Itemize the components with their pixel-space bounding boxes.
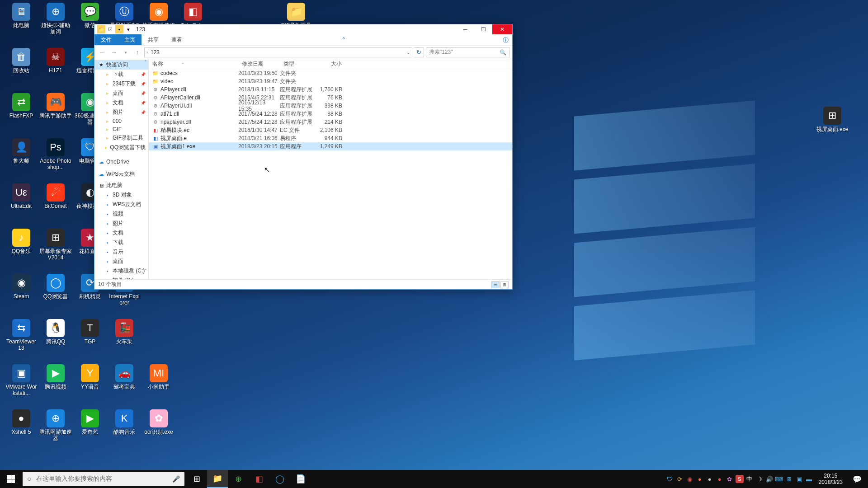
nav-quick-access-item[interactable]: ▸GIF录制工具	[94, 133, 148, 143]
desktop-icon[interactable]: ▶腾讯视频	[39, 364, 72, 390]
desktop-icon[interactable]: ◉Steam	[5, 274, 38, 300]
column-headers[interactable]: 名称⌃ 修改日期 类型 大小	[149, 59, 512, 69]
nav-this-pc-item[interactable]: ▪视频	[94, 209, 148, 219]
desktop-icon-right[interactable]: ⊞ 视屏桌面.exe	[816, 107, 849, 132]
desktop-icon[interactable]: ◯QQ浏览器	[39, 274, 72, 300]
desktop-icon[interactable]: 🖥此电脑	[5, 3, 38, 28]
qa-checkbox-icon[interactable]: ☑	[106, 25, 114, 33]
taskbar-search-input[interactable]: ○ 在这里输入你要搜索的内容 🎤	[23, 472, 184, 486]
desktop-icon[interactable]: UεUltraEdit	[5, 183, 38, 209]
help-icon[interactable]: ⓘ	[499, 34, 512, 45]
desktop-icon[interactable]: MI小米助手	[142, 364, 175, 390]
file-row[interactable]: ⚙APlayerUI.dll 2016/12/13 15:35 应用程序扩展 3…	[149, 102, 512, 110]
nav-this-pc-item[interactable]: ▪桌面	[94, 257, 148, 266]
ribbon-collapse-icon[interactable]: ⌃	[338, 34, 350, 45]
file-row[interactable]: ⚙APlayer.dll 2018/1/8 11:15 应用程序扩展 1,760…	[149, 85, 512, 94]
tray-app-icon-3[interactable]: ●	[706, 475, 714, 483]
nav-this-pc-item[interactable]: ▪WPS云文档	[94, 200, 148, 209]
up-button[interactable]: ↑	[132, 47, 142, 57]
desktop-icon[interactable]: ⊕超快排-辅助加词	[39, 3, 72, 35]
nav-this-pc-item[interactable]: ▪下载	[94, 238, 148, 247]
desktop-icon[interactable]: ☠H1Z1	[39, 48, 72, 74]
desktop-icon[interactable]: 🎮腾讯手游助手	[39, 93, 72, 119]
col-date[interactable]: 修改日期	[238, 60, 280, 68]
file-row[interactable]: ⚙npaplayer.dll 2017/5/24 12:28 应用程序扩展 21…	[149, 118, 512, 126]
tray-shield-icon[interactable]: 🛡	[666, 475, 674, 483]
tray-app-icon-5[interactable]: ✿	[726, 475, 734, 483]
system-tray[interactable]: 🛡 ⟳ ◉ ● ● ● ✿ S 中 ☽ 🔊 ⌨ 🖥 ▣ ▬ 20:15 2018…	[666, 470, 868, 488]
nav-quick-access-item[interactable]: ▸000	[94, 117, 148, 125]
nav-quick-access-item[interactable]: ▸QQ浏览器下载	[94, 143, 148, 152]
address-dropdown-icon[interactable]: ⌄	[406, 50, 410, 55]
file-row[interactable]: ⚙APlayerCaller.dll 2015/4/5 22:31 应用程序扩展…	[149, 94, 512, 102]
desktop-icon[interactable]: ●Xshell 5	[5, 409, 38, 435]
taskbar-app-1[interactable]: ⊕	[228, 470, 249, 488]
desktop-icon[interactable]: ▣VMware Workstati...	[5, 364, 38, 397]
desktop-icon[interactable]: PsAdobe Photoshop...	[39, 138, 72, 171]
file-row[interactable]: 📁codecs 2018/3/23 19:50 文件夹	[149, 69, 512, 77]
tray-app-icon[interactable]: ◉	[686, 475, 694, 483]
desktop-icon[interactable]: ☄BitComet	[39, 183, 72, 209]
nav-this-pc[interactable]: 🖥 此电脑	[94, 181, 148, 190]
start-button[interactable]	[0, 470, 22, 488]
desktop-icon[interactable]: 🗑回收站	[5, 48, 38, 74]
file-row[interactable]: 📁video 2018/3/23 19:47 文件夹	[149, 77, 512, 85]
tray-app-icon-4[interactable]: ●	[716, 475, 724, 483]
taskbar-app-3[interactable]: ◯	[269, 470, 290, 488]
microphone-icon[interactable]: 🎤	[172, 475, 180, 483]
file-row[interactable]: ▣视屏桌面1.exe 2018/3/23 20:15 应用程序 1,249 KB	[149, 142, 512, 150]
tray-volume-icon[interactable]: 🔊	[765, 475, 774, 483]
nav-this-pc-item[interactable]: ▪图片	[94, 219, 148, 228]
back-button[interactable]: ←	[97, 47, 107, 57]
path-segment[interactable]: 123	[151, 49, 160, 56]
tray-sync-icon[interactable]: ⟳	[676, 475, 684, 483]
nav-this-pc-item[interactable]: ▪文档	[94, 228, 148, 238]
ime-lang[interactable]: 中	[745, 475, 754, 483]
titlebar[interactable]: 📁 ☑ ▪ ▾ 123 ─ ☐ ✕	[94, 24, 512, 34]
tray-app-icon-2[interactable]: ●	[696, 475, 704, 483]
taskbar-app-4[interactable]: 📄	[290, 470, 311, 488]
tray-keyboard-icon[interactable]: ⌨	[775, 475, 783, 483]
nav-this-pc-item[interactable]: ▪音乐	[94, 247, 148, 257]
tray-battery-icon[interactable]: ▬	[805, 475, 813, 483]
desktop-icon[interactable]: ⊞屏幕录像专家V2014	[39, 229, 72, 261]
nav-quick-access-item[interactable]: ▸GIF	[94, 125, 148, 133]
nav-quick-access-item[interactable]: ▸下载📌	[94, 70, 148, 79]
task-view-button[interactable]: ⊞	[186, 470, 207, 488]
view-icons-button[interactable]: ⊞	[500, 281, 509, 288]
desktop-icon[interactable]: ⇆TeamViewer 13	[5, 319, 38, 352]
history-dropdown[interactable]: ▾	[121, 47, 131, 57]
desktop-icon[interactable]: TTGP	[73, 319, 107, 345]
nav-quick-access-item[interactable]: ▸文档📌	[94, 98, 148, 108]
address-bar[interactable]: › 123 ⌄	[144, 47, 412, 57]
col-name[interactable]: 名称⌃	[149, 60, 238, 68]
navigation-pane[interactable]: ⌃ ★ 快速访问 ▸下载📌▸2345下载📌▸桌面📌▸文档📌▸图片📌▸000▸GI…	[94, 59, 149, 279]
search-input[interactable]: 搜索"123" 🔍	[426, 47, 509, 57]
file-row[interactable]: ◧视屏桌面.e 2018/3/21 16:36 易程序 944 KB	[149, 134, 512, 142]
view-details-button[interactable]: ☰	[491, 281, 500, 288]
notification-center-button[interactable]: 💬	[848, 470, 866, 488]
tab-share[interactable]: 共享	[142, 34, 165, 45]
desktop-icon[interactable]: 🐧腾讯QQ	[39, 319, 72, 345]
qa-dropdown-icon[interactable]: ▾	[124, 25, 132, 33]
desktop-icon[interactable]: ▶爱奇艺	[73, 409, 107, 435]
nav-cloud-item[interactable]: ☁WPS云文档	[94, 169, 148, 179]
taskbar-clock[interactable]: 20:15 2018/3/23	[816, 473, 845, 486]
maximize-button[interactable]: ☐	[474, 24, 492, 34]
nav-cloud-item[interactable]: ☁OneDrive	[94, 158, 148, 166]
scroll-down-icon[interactable]: ⌄	[143, 266, 148, 271]
taskbar[interactable]: ○ 在这里输入你要搜索的内容 🎤 ⊞ 📁 ⊕ ◧ ◯ 📄 🛡 ⟳ ◉ ● ● ●…	[0, 470, 868, 488]
col-type[interactable]: 类型	[280, 60, 319, 68]
nav-quick-access-item[interactable]: ▸图片📌	[94, 108, 148, 117]
nav-this-pc-item[interactable]: ▪本地磁盘 (C:)	[94, 266, 148, 276]
desktop-icon[interactable]: YYY语音	[73, 364, 107, 390]
nav-this-pc-item[interactable]: ▪软件 (D:)	[94, 276, 148, 279]
nav-this-pc-item[interactable]: ▪3D 对象	[94, 190, 148, 200]
file-row[interactable]: ◧精易模块.ec 2016/1/30 14:47 EC 文件 2,106 KB	[149, 126, 512, 134]
taskbar-app-2[interactable]: ◧	[249, 470, 269, 488]
file-list[interactable]: 📁codecs 2018/3/23 19:50 文件夹 📁video 2018/…	[149, 69, 512, 279]
nav-quick-access-item[interactable]: ▸2345下载📌	[94, 79, 148, 89]
desktop-icon[interactable]: ⊕腾讯网游加速器	[39, 409, 72, 442]
forward-button[interactable]: →	[109, 47, 119, 57]
nav-quick-access[interactable]: ★ 快速访问	[94, 60, 148, 70]
